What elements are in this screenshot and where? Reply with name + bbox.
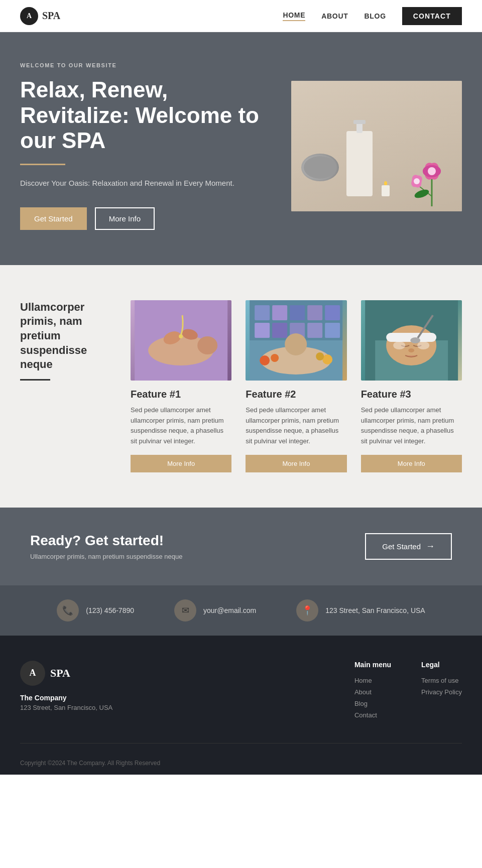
- features-grid: Feature #1 Sed pede ullamcorper amet ull…: [131, 300, 462, 472]
- arrow-icon: →: [426, 541, 435, 552]
- hero-divider: [20, 164, 65, 165]
- flowers-illustration: [409, 156, 454, 206]
- svg-point-10: [414, 188, 430, 199]
- cta-section: Ready? Get started! Ullamcorper primis, …: [0, 508, 482, 585]
- contact-button[interactable]: CONTACT: [402, 7, 462, 25]
- svg-point-32: [271, 354, 279, 362]
- features-section: Ullamcorper primis, nam pretium suspendi…: [0, 265, 482, 508]
- feature-image-2: [246, 300, 346, 381]
- feature-title-3: Feature #3: [361, 389, 462, 400]
- address-contact: 📍 123 Street, San Francisco, USA: [296, 599, 425, 622]
- footer: A SPA The Company 123 Street, San Franci…: [0, 636, 482, 775]
- svg-point-42: [393, 341, 405, 349]
- svg-rect-22: [307, 305, 322, 320]
- footer-main-menu-heading: Main menu: [354, 661, 391, 669]
- svg-point-34: [316, 352, 324, 360]
- cta-subtext: Ullamcorper primis, nam pretium suspendi…: [30, 553, 182, 560]
- logo[interactable]: A SPA: [20, 7, 60, 25]
- footer-main-menu: Main menu Home About Blog Contact: [354, 661, 391, 723]
- towel-illustration: [301, 154, 339, 181]
- nav-links: HOME ABOUT BLOG CONTACT: [283, 7, 462, 25]
- svg-point-13: [197, 336, 217, 354]
- svg-point-9: [414, 178, 420, 184]
- address-icon: 📍: [296, 599, 318, 622]
- footer-logo-icon: A: [20, 661, 45, 686]
- feature-card-2: Feature #2 Sed pede ullamcorper amet ull…: [246, 300, 346, 472]
- feature-desc-3: Sed pede ullamcorper amet ullamcorper pr…: [361, 405, 462, 447]
- hero-image: [291, 81, 462, 211]
- feature-card-3: Feature #3 Sed pede ullamcorper amet ull…: [361, 300, 462, 472]
- hero-content: WELCOME TO OUR WEBSITE Relax, Renew, Rev…: [20, 62, 271, 230]
- feature-desc-2: Sed pede ullamcorper amet ullamcorper pr…: [246, 405, 346, 447]
- feature-title-1: Feature #1: [131, 389, 231, 400]
- svg-point-6: [428, 167, 436, 175]
- footer-link-home[interactable]: Home: [354, 677, 391, 684]
- feature-title-2: Feature #2: [246, 389, 346, 400]
- footer-divider: [20, 743, 462, 743]
- cta-text: Ready? Get started! Ullamcorper primis, …: [30, 533, 182, 560]
- navbar: A SPA HOME ABOUT BLOG CONTACT: [0, 0, 482, 32]
- nav-link-about[interactable]: ABOUT: [321, 12, 348, 20]
- phone-contact: 📞 (123) 456-7890: [57, 599, 134, 622]
- hero-section: WELCOME TO OUR WEBSITE Relax, Renew, Rev…: [0, 32, 482, 265]
- phone-number: (123) 456-7890: [86, 606, 134, 614]
- footer-link-about[interactable]: About: [354, 688, 391, 696]
- footer-company-address: 123 Street, San Francisco, USA: [20, 704, 324, 711]
- nav-link-blog[interactable]: BLOG: [365, 12, 386, 20]
- features-heading: Ullamcorper primis, nam pretium suspendi…: [20, 300, 110, 372]
- svg-point-39: [408, 348, 414, 352]
- hero-subtitle: Discover Your Oasis: Relaxation and Rene…: [20, 177, 271, 189]
- email-icon: ✉: [174, 599, 196, 622]
- svg-point-33: [322, 354, 332, 364]
- footer-legal: Legal Terms of use Privacy Policy: [421, 661, 462, 723]
- contact-bar: 📞 (123) 456-7890 ✉ your@email.com 📍 123 …: [0, 585, 482, 636]
- svg-rect-25: [272, 323, 287, 338]
- bottle-illustration: [346, 131, 373, 196]
- svg-point-41: [410, 337, 420, 343]
- footer-logo-text: SPA: [50, 667, 70, 680]
- address-text: 123 Street, San Francisco, USA: [325, 606, 425, 614]
- phone-icon: 📞: [57, 599, 79, 622]
- email-address: your@email.com: [203, 606, 256, 614]
- svg-rect-23: [325, 305, 340, 320]
- more-info-button[interactable]: More Info: [95, 207, 155, 230]
- svg-point-31: [260, 355, 270, 365]
- cta-get-started-button[interactable]: Get Started →: [365, 533, 452, 560]
- svg-rect-21: [290, 305, 305, 320]
- svg-rect-27: [307, 323, 322, 338]
- svg-point-30: [285, 333, 307, 355]
- footer-copyright: Copyright ©2024 The Company. All Rights …: [20, 752, 462, 775]
- hero-welcome-text: WELCOME TO OUR WEBSITE: [20, 62, 271, 68]
- footer-company-name: The Company: [20, 694, 324, 702]
- svg-point-43: [417, 341, 429, 349]
- footer-link-contact[interactable]: Contact: [354, 711, 391, 719]
- feature-more-info-3[interactable]: More Info: [361, 455, 462, 472]
- candle-illustration: [382, 185, 390, 196]
- svg-rect-19: [255, 305, 270, 320]
- feature-image-3: [361, 300, 462, 381]
- svg-point-16: [179, 334, 183, 338]
- footer-link-blog[interactable]: Blog: [354, 700, 391, 707]
- svg-rect-28: [325, 323, 340, 338]
- footer-link-privacy[interactable]: Privacy Policy: [421, 688, 462, 696]
- footer-logo: A SPA: [20, 661, 324, 686]
- features-divider: [20, 379, 50, 381]
- features-header: Ullamcorper primis, nam pretium suspendi…: [20, 300, 110, 381]
- logo-icon: A: [20, 7, 38, 25]
- footer-legal-heading: Legal: [421, 661, 462, 669]
- hero-buttons: Get Started More Info: [20, 207, 271, 230]
- cta-heading: Ready? Get started!: [30, 533, 182, 549]
- feature-image-1: [131, 300, 231, 381]
- feature-desc-1: Sed pede ullamcorper amet ullamcorper pr…: [131, 405, 231, 447]
- feature-more-info-2[interactable]: More Info: [246, 455, 346, 472]
- nav-link-home[interactable]: HOME: [283, 11, 305, 21]
- svg-rect-24: [255, 323, 270, 338]
- email-contact: ✉ your@email.com: [174, 599, 256, 622]
- logo-text: SPA: [42, 10, 60, 22]
- footer-link-terms[interactable]: Terms of use: [421, 677, 462, 684]
- get-started-button[interactable]: Get Started: [20, 207, 87, 230]
- hero-title: Relax, Renew, Revitalize: Welcome to our…: [20, 77, 271, 154]
- feature-more-info-1[interactable]: More Info: [131, 455, 231, 472]
- footer-brand: A SPA The Company 123 Street, San Franci…: [20, 661, 324, 723]
- feature-card-1: Feature #1 Sed pede ullamcorper amet ull…: [131, 300, 231, 472]
